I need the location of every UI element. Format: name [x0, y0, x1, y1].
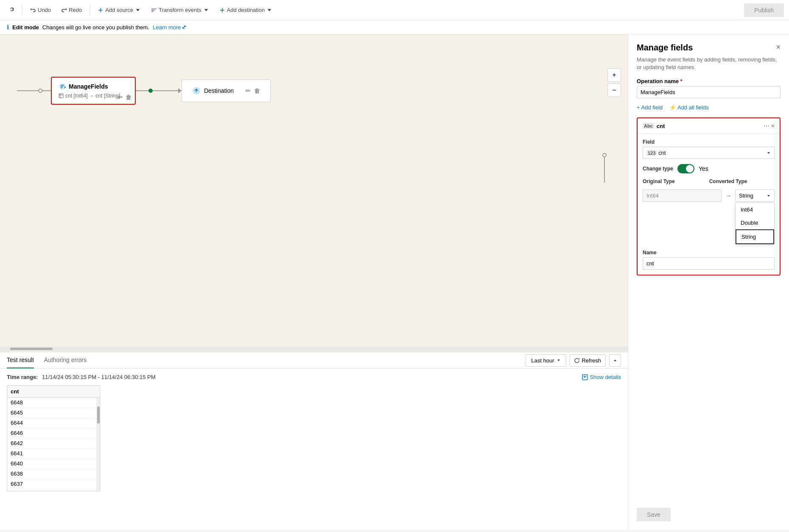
field-close-button[interactable]: × [771, 123, 775, 129]
dropdown-item-int64[interactable]: Int64 [736, 203, 774, 216]
table-row: 6638 [7, 469, 100, 479]
v-dot-top [602, 153, 607, 157]
tab-test-result[interactable]: Test result [7, 352, 34, 368]
table-row: 6644 [7, 418, 100, 428]
zoom-in-button[interactable]: + [607, 68, 621, 82]
panel-chevron-icon [613, 358, 617, 362]
redo-icon [61, 7, 67, 13]
expand-panel-button[interactable] [609, 354, 621, 367]
save-button[interactable]: Save [637, 508, 671, 521]
field-more-button[interactable]: ⋯ [764, 123, 769, 129]
svg-rect-1 [59, 94, 63, 98]
field-card: Abc cnt ⋯ × Field 123 cnt [637, 117, 781, 276]
scroll-track [96, 398, 100, 491]
flow-container: ManageFields cnt [Int64] → cnt [String] … [17, 77, 271, 105]
nav-divider [22, 5, 22, 15]
table-body[interactable]: 6648 6645 6644 6646 6642 6641 6640 6638 … [7, 398, 100, 491]
operation-name-input[interactable] [637, 86, 781, 98]
type-labels-row: Original Type Converted Type [643, 178, 775, 186]
line-3 [136, 90, 148, 91]
scrollbar-thumb[interactable] [10, 348, 53, 350]
last-hour-dropdown[interactable]: Last hour [526, 354, 566, 367]
dot-teal [148, 89, 153, 93]
converted-type-select[interactable]: String [735, 189, 775, 202]
manage-fields-node[interactable]: ManageFields cnt [Int64] → cnt [String] … [51, 77, 136, 105]
field-select[interactable]: 123 cnt [643, 147, 775, 159]
edit-destination-button[interactable]: ✏ [246, 87, 251, 94]
nav-divider-2 [90, 5, 90, 15]
change-type-label: Change type [643, 166, 673, 172]
tab-authoring-errors[interactable]: Authoring errors [44, 352, 87, 368]
external-link-icon [182, 25, 186, 29]
add-field-button[interactable]: + Add field [637, 104, 663, 111]
refresh-icon [574, 358, 580, 363]
edit-node-button[interactable]: ✏ [118, 94, 123, 100]
required-indicator: * [680, 78, 683, 84]
add-destination-button[interactable]: Add destination [215, 4, 277, 16]
line-1 [17, 90, 38, 91]
name-input[interactable] [643, 257, 775, 270]
name-label: Name [643, 250, 775, 256]
line-2 [42, 90, 51, 91]
canvas-area: ManageFields cnt [Int64] → cnt [String] … [0, 34, 628, 530]
change-type-toggle[interactable] [677, 164, 694, 173]
table-row: 6637 [7, 479, 100, 489]
type-dropdown-menu: Int64 Double String [735, 203, 775, 245]
manage-fields-icon [59, 83, 66, 90]
operation-name-label: Operation name * [637, 78, 781, 84]
add-source-chevron-icon [135, 7, 141, 13]
test-controls: Last hour Refresh [526, 354, 621, 367]
show-details-button[interactable]: Show details [582, 374, 621, 380]
field-card-actions: ⋯ × [764, 123, 775, 129]
time-range-row: Time range: 11/14/24 05:30:15 PM - 11/14… [7, 374, 621, 380]
add-all-fields-button[interactable]: ⚡ Add all fields [669, 104, 709, 111]
converted-type-chevron-icon [767, 194, 771, 198]
refresh-button[interactable]: Refresh [570, 354, 606, 367]
panel-close-button[interactable]: × [776, 43, 781, 52]
dropdown-item-double[interactable]: Double [736, 216, 774, 229]
last-hour-chevron-icon [557, 358, 561, 362]
test-tabs: Test result Authoring errors Last hour R… [0, 352, 628, 369]
add-field-row: + Add field ⚡ Add all fields [637, 104, 781, 111]
arrow-head [178, 88, 182, 93]
undo-button[interactable]: Undo [26, 4, 55, 16]
add-dest-chevron-icon [266, 7, 272, 13]
destination-icon [192, 86, 201, 95]
converted-type-wrapper: String Int64 Double String [735, 189, 775, 245]
gear-icon [8, 6, 15, 13]
add-source-button[interactable]: Add source [93, 4, 145, 16]
add-dest-icon [219, 7, 225, 13]
panel-footer: Save [637, 501, 781, 521]
transform-events-button[interactable]: Transform events [147, 4, 213, 16]
edit-mode-label: Edit mode [12, 24, 39, 31]
redo-button[interactable]: Redo [57, 4, 86, 16]
top-nav: Undo Redo Add source Transform events Ad… [0, 0, 789, 20]
data-table: cnt 6648 6645 6644 6646 6642 6641 6640 6… [7, 385, 100, 491]
horizontal-scrollbar[interactable] [0, 347, 628, 351]
table-row: 6648 [7, 398, 100, 408]
delete-node-button[interactable]: 🗑 [126, 94, 132, 100]
field-select-chevron-icon [767, 151, 771, 155]
scroll-thumb[interactable] [97, 407, 100, 423]
right-panel: Manage fields × Manage the event fields … [628, 34, 789, 530]
undo-icon [30, 7, 36, 13]
add-source-icon [98, 7, 104, 13]
vertical-connector [602, 153, 607, 183]
show-details-icon [582, 374, 588, 380]
delete-destination-button[interactable]: 🗑 [254, 87, 260, 94]
learn-more-link[interactable]: Learn more [153, 24, 186, 31]
destination-node[interactable]: Destination ✏ 🗑 [182, 79, 271, 102]
arrow-between: → [725, 192, 732, 200]
dropdown-item-string[interactable]: String [736, 229, 774, 244]
transform-icon [151, 7, 157, 13]
converted-type-label: Converted Type [709, 178, 775, 184]
v-line [604, 157, 605, 183]
field-card-body: Field 123 cnt Change type Yes [638, 134, 780, 275]
test-panel: Test result Authoring errors Last hour R… [0, 352, 628, 530]
gear-button[interactable] [5, 3, 19, 17]
edit-bar: ℹ Edit mode Changes will go live once yo… [0, 20, 789, 34]
zoom-out-button[interactable]: − [607, 84, 621, 97]
publish-button[interactable]: Publish [744, 3, 784, 17]
table-icon [59, 93, 64, 98]
field-card-header: Abc cnt ⋯ × [638, 118, 780, 134]
